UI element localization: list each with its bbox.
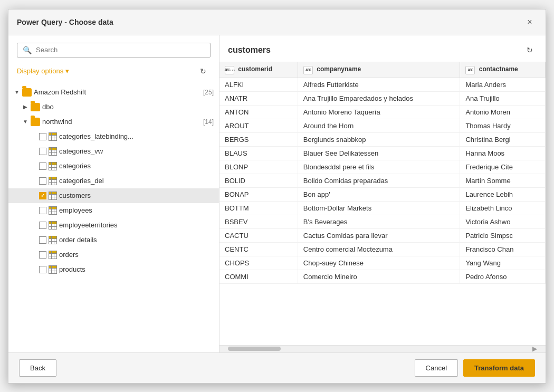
tree-checkbox[interactable]: [39, 222, 46, 229]
table-row[interactable]: BLONPBlondesddsl pere et filsFrederique …: [219, 160, 546, 174]
tree-item-categories-latebinding[interactable]: categories_latebinding...: [8, 129, 219, 144]
col-header-contactname[interactable]: ABC contactname: [460, 62, 546, 78]
table-row[interactable]: ALFKIAlfreds FutterkisteMaria Anders: [219, 78, 546, 91]
table-cell: AROUT: [219, 119, 298, 132]
col-header-companyname[interactable]: ABC companyname: [298, 62, 460, 78]
selected-table-name: customers: [228, 45, 271, 55]
right-refresh-button[interactable]: ↻: [522, 43, 537, 58]
tree-label: dbo: [42, 103, 214, 111]
transform-data-button[interactable]: Transform data: [463, 359, 535, 377]
tree-item-amazon-redshift[interactable]: ▼ Amazon Redshift [25]: [8, 85, 219, 100]
table-icon: [49, 162, 57, 170]
table-row[interactable]: CENTCCentro comercial MoctezumaFrancisco…: [219, 242, 546, 256]
tree-checkbox[interactable]: [39, 236, 46, 244]
table-cell: Around the Horn: [298, 119, 460, 132]
expand-icon: ▶: [22, 104, 28, 110]
tree-label: categories_vw: [59, 147, 214, 155]
tree-checkbox[interactable]: [39, 133, 46, 140]
table-icon: [49, 251, 57, 259]
tree-label: categories_del: [59, 177, 214, 185]
table-cell: Laurence Lebih: [460, 187, 546, 201]
table-icon: [49, 132, 57, 141]
display-options-button[interactable]: Display options ▾: [17, 67, 69, 75]
tree-item-order-details[interactable]: order details: [8, 233, 219, 247]
tree-checkbox[interactable]: [39, 148, 46, 155]
col-header-customerid[interactable]: ABC₁₂₃ customerid: [219, 62, 298, 78]
horizontal-scrollbar[interactable]: ▶: [219, 345, 546, 352]
table-icon: [49, 265, 57, 274]
close-button[interactable]: ×: [522, 15, 537, 30]
dialog-title: Power Query - Choose data: [17, 18, 113, 26]
tree-label: employees: [59, 206, 214, 214]
tree-label: categories_latebinding...: [59, 132, 214, 140]
col-type-icon-abc: ABC: [303, 66, 313, 74]
table-cell: Hanna Moos: [460, 146, 546, 160]
folder-icon: [31, 118, 40, 126]
table-row[interactable]: CHOPSChop-suey ChineseYang Wang: [219, 256, 546, 270]
dialog: Power Query - Choose data × 🔍 Display op…: [8, 9, 546, 384]
tree-item-categories-vw[interactable]: categories_vw: [8, 144, 219, 159]
table-cell: BSBEV: [219, 215, 298, 228]
table-row[interactable]: BOTTMBottom-Dollar MarketsElizabeth Linc…: [219, 201, 546, 215]
content-area: 🔍 Display options ▾ ↻ ▼: [8, 35, 546, 352]
table-cell: CACTU: [219, 228, 298, 242]
table-cell: Ana Trujillo: [460, 91, 546, 105]
tree-checkbox[interactable]: [39, 177, 46, 185]
data-table-scroll[interactable]: ABC₁₂₃ customerid ABC companyname ABC co…: [219, 62, 546, 345]
data-table: ABC₁₂₃ customerid ABC companyname ABC co…: [219, 62, 546, 284]
col-type-icon-abc2: ABC: [465, 66, 475, 74]
table-row[interactable]: AROUTAround the HornThomas Hardy: [219, 119, 546, 132]
table-row[interactable]: ANATRAna Trujillo Emparedados y heladosA…: [219, 91, 546, 105]
tree-label: customers: [59, 192, 214, 199]
refresh-icon: ↻: [527, 46, 533, 54]
tree-checkbox[interactable]: [39, 266, 46, 273]
table-row[interactable]: BSBEVB's BeveragesVictoria Ashwo: [219, 215, 546, 228]
table-cell: Christina Bergl: [460, 132, 546, 146]
table-cell: Ana Trujillo Emparedados y helados: [298, 91, 460, 105]
tree-item-employeeterritories[interactable]: employeeterritories: [8, 218, 219, 233]
table-cell: Bottom-Dollar Markets: [298, 201, 460, 215]
tree-item-categories[interactable]: categories: [8, 159, 219, 174]
table-cell: Victoria Ashwo: [460, 215, 546, 228]
tree-label: categories: [59, 162, 214, 170]
table-cell: ANTON: [219, 105, 298, 119]
display-options-row: Display options ▾ ↻: [8, 62, 219, 83]
table-row[interactable]: BERGSBerglunds snabbkopChristina Bergl: [219, 132, 546, 146]
search-input[interactable]: [36, 46, 205, 54]
tree-label: products: [59, 265, 214, 273]
tree-label: employeeterritories: [59, 221, 214, 229]
back-button[interactable]: Back: [19, 359, 56, 377]
table-cell: Antonio Moren: [460, 105, 546, 119]
tree-item-orders[interactable]: orders: [8, 247, 219, 262]
table-cell: Thomas Hardy: [460, 119, 546, 132]
table-row[interactable]: BLAUSBlauer See DelikatessenHanna Moos: [219, 146, 546, 160]
horizontal-scroll-thumb[interactable]: [228, 347, 281, 351]
table-icon: [49, 221, 57, 230]
table-cell: CHOPS: [219, 256, 298, 270]
table-row[interactable]: BONAPBon app'Laurence Lebih: [219, 187, 546, 201]
tree-item-customers[interactable]: customers: [8, 188, 219, 203]
table-row[interactable]: BOLIDBolido Comidas preparadasMartín Som…: [219, 174, 546, 187]
search-area: 🔍: [8, 35, 219, 62]
cancel-button[interactable]: Cancel: [415, 359, 458, 377]
tree-item-dbo[interactable]: ▶ dbo: [8, 100, 219, 114]
search-box: 🔍: [17, 43, 211, 58]
table-row[interactable]: COMMIComercio MineiroPedro Afonso: [219, 270, 546, 283]
tree-item-northwind[interactable]: ▼ northwind [14]: [8, 114, 219, 129]
tree-item-employees[interactable]: employees: [8, 203, 219, 218]
table-row[interactable]: CACTUCactus Comidas para llevarPatricio …: [219, 228, 546, 242]
tree-checkbox[interactable]: [39, 251, 46, 259]
tree-checkbox[interactable]: [39, 192, 46, 199]
table-cell: BLAUS: [219, 146, 298, 160]
table-cell: ANATR: [219, 91, 298, 105]
refresh-button[interactable]: ↻: [196, 64, 211, 79]
tree-item-categories-del[interactable]: categories_del: [8, 174, 219, 188]
table-row[interactable]: ANTONAntonio Moreno TaqueríaAntonio More…: [219, 105, 546, 119]
table-icon: [49, 206, 57, 215]
tree-item-products[interactable]: products: [8, 262, 219, 277]
tree-area[interactable]: ▼ Amazon Redshift [25] ▶ dbo ▼ northwind…: [8, 83, 219, 352]
table-cell: Alfreds Futterkiste: [298, 78, 460, 91]
tree-checkbox[interactable]: [39, 207, 46, 214]
tree-checkbox[interactable]: [39, 162, 46, 170]
table-cell: Patricio Simpsc: [460, 228, 546, 242]
